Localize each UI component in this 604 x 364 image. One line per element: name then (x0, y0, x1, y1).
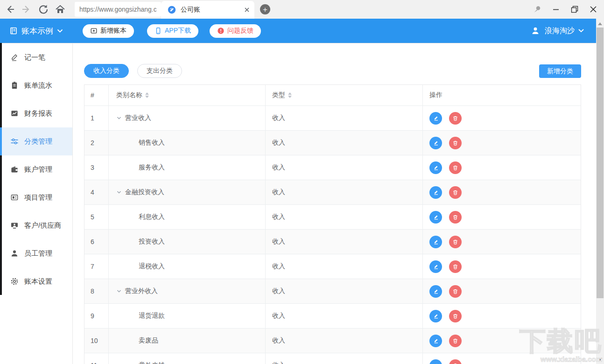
edit-pencil-icon (433, 115, 439, 121)
edit-button[interactable] (429, 335, 442, 347)
sidebar-item[interactable]: 项目管理 (0, 183, 72, 211)
row-index: 2 (84, 131, 109, 155)
add-category-button[interactable]: 新增分类 (539, 64, 581, 78)
edit-pencil-icon (433, 263, 439, 270)
sidebar-item[interactable]: 账单流水 (0, 71, 72, 99)
row-actions (423, 155, 581, 180)
delete-button[interactable] (449, 236, 462, 248)
url-input[interactable] (75, 6, 161, 13)
row-index: 10 (84, 329, 109, 353)
row-index: 1 (84, 106, 109, 130)
table-row: 1 营业收入 收入 (84, 106, 581, 131)
table-row: 4 金融投资收入 收入 (84, 180, 581, 205)
row-category-name: 利息收入 (109, 205, 266, 229)
minimize-icon[interactable] (548, 2, 564, 16)
edit-pencil-icon (433, 313, 439, 319)
row-category-name: 营业外收入 (109, 279, 266, 303)
category-table: # 类别名称 类型 操作 1 营业收入 收入 (84, 84, 581, 364)
sliders-icon (10, 137, 19, 146)
sort-icon[interactable] (145, 92, 149, 98)
expand-chevron-icon[interactable] (116, 115, 122, 121)
sidebar-item-label: 账本设置 (24, 277, 52, 286)
delete-button[interactable] (449, 310, 462, 322)
page-scrollbar[interactable] (596, 19, 604, 364)
delete-button[interactable] (449, 285, 462, 298)
pin-icon[interactable] (529, 2, 545, 16)
forward-icon[interactable] (20, 2, 34, 16)
delete-button[interactable] (449, 112, 462, 125)
restore-icon[interactable] (567, 2, 583, 16)
home-icon[interactable] (53, 2, 67, 16)
row-category-name: 营业收入 (109, 106, 266, 130)
table-row: 9 退货退款 收入 (84, 304, 581, 329)
table-row: 2 销售收入 收入 (84, 131, 581, 155)
expand-chevron-icon[interactable] (116, 189, 122, 195)
sidebar-item[interactable]: 财务报表 (0, 99, 72, 127)
delete-button[interactable] (449, 186, 462, 199)
row-category-name: 退货退款 (109, 304, 266, 328)
browser-tab[interactable]: 公司账 (161, 1, 254, 19)
trash-icon (452, 140, 458, 146)
back-icon[interactable] (3, 2, 17, 16)
new-ledger-button[interactable]: 新增账本 (83, 24, 134, 38)
edit-button[interactable] (429, 359, 442, 364)
row-type: 收入 (266, 230, 423, 254)
scroll-up-icon[interactable] (596, 20, 604, 28)
sidebar-menu: 记一笔 账单流水 财务报表 分类管理 账户管理 项目管理 客户/供应商 员工管理… (0, 43, 72, 295)
row-type: 收入 (266, 205, 423, 229)
category-tab[interactable]: 支出分类 (137, 64, 182, 78)
edit-button[interactable] (429, 310, 442, 322)
ledger-name: 账本示例 (21, 26, 53, 36)
col-actions: 操作 (423, 85, 581, 105)
edit-button[interactable] (429, 211, 442, 224)
scrollbar-thumb[interactable] (597, 28, 604, 298)
sidebar-item[interactable]: 分类管理 (0, 127, 72, 155)
feedback-button[interactable]: 问题反馈 (210, 24, 261, 38)
sidebar-item-label: 账户管理 (24, 165, 52, 174)
row-actions (423, 205, 581, 229)
sidebar-item[interactable]: 记一笔 (0, 43, 72, 71)
sidebar-item[interactable]: 客户/供应商 (0, 211, 72, 239)
edit-button[interactable] (429, 285, 442, 298)
delete-button[interactable] (449, 335, 462, 347)
edit-button[interactable] (429, 236, 442, 248)
table-row: 3 服务收入 收入 (84, 155, 581, 180)
refresh-icon[interactable] (36, 2, 50, 16)
row-category-name: 意外来钱 (109, 353, 266, 364)
sidebar-item[interactable]: 账户管理 (0, 155, 72, 183)
col-category-name[interactable]: 类别名称 (109, 85, 266, 105)
edit-pencil-icon (433, 238, 439, 245)
new-tab-icon[interactable]: + (260, 4, 270, 14)
expand-chevron-icon[interactable] (116, 288, 122, 294)
sidebar-item[interactable]: 员工管理 (0, 239, 72, 267)
delete-button[interactable] (449, 137, 462, 149)
edit-button[interactable] (429, 137, 442, 149)
delete-button[interactable] (449, 211, 462, 224)
edit-button[interactable] (429, 161, 442, 174)
sidebar-item[interactable]: 账本设置 (0, 267, 72, 295)
exclamation-circle-icon (217, 27, 225, 35)
row-type: 收入 (266, 254, 423, 279)
scroll-down-icon[interactable] (596, 355, 604, 363)
delete-button[interactable] (449, 260, 462, 273)
address-bar[interactable] (75, 2, 161, 17)
ledger-switcher[interactable]: 账本示例 (9, 26, 63, 36)
trash-icon (452, 189, 458, 196)
sort-icon[interactable] (288, 92, 292, 98)
tab-close-icon[interactable] (244, 7, 250, 13)
col-type[interactable]: 类型 (266, 85, 423, 105)
sidebar-item-label: 项目管理 (24, 193, 52, 202)
edit-button[interactable] (429, 260, 442, 273)
row-actions (423, 304, 581, 328)
window-close-icon[interactable] (585, 2, 601, 16)
row-category-name: 投资收入 (109, 230, 266, 254)
user-menu[interactable]: 浪海淘沙 (531, 26, 584, 36)
edit-button[interactable] (429, 186, 442, 199)
delete-button[interactable] (449, 359, 462, 364)
table-row: 5 利息收入 收入 (84, 205, 581, 230)
delete-button[interactable] (449, 161, 462, 174)
row-type: 收入 (266, 353, 423, 364)
app-download-button[interactable]: APP下载 (147, 24, 198, 38)
category-tab[interactable]: 收入分类 (84, 64, 129, 78)
edit-button[interactable] (429, 112, 442, 125)
